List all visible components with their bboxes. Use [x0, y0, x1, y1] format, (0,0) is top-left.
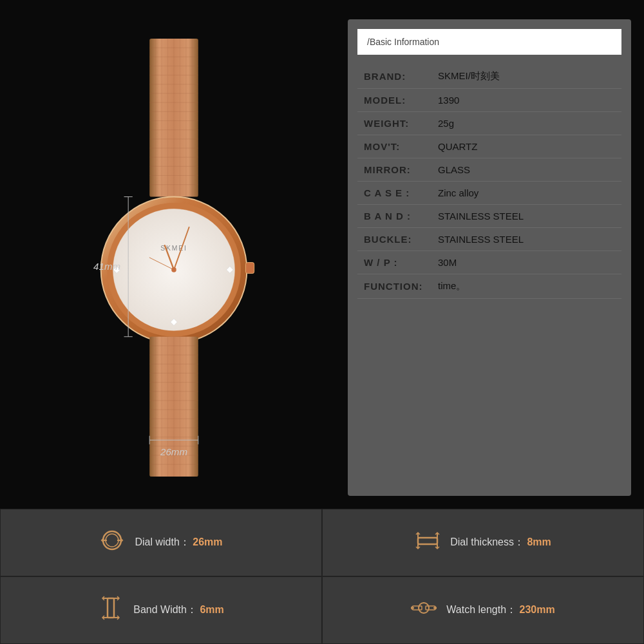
- watch-length-cell: Watch length： 230mm: [322, 576, 644, 644]
- dial-width-label: Dial width： 26mm: [135, 536, 222, 549]
- spec-row-9: FUNCTION:time。: [357, 274, 621, 299]
- spec-row-2: WEIGHT:25g: [357, 112, 621, 135]
- band-width-cell: Band Width： 6mm: [0, 576, 322, 644]
- left-panel: SKMEI: [13, 19, 335, 496]
- spec-row-8: W / P :30M: [357, 251, 621, 274]
- spec-value-4: GLASS: [438, 164, 470, 175]
- dial-width-cell: Dial width： 26mm: [0, 509, 322, 576]
- dial-thickness-label: Dial thickness： 8mm: [450, 536, 551, 549]
- dial-width-icon: [99, 527, 125, 558]
- band-width-icon: [98, 595, 124, 625]
- dial-width-value: 26mm: [193, 536, 222, 547]
- dial-thickness-cell: Dial thickness： 8mm: [322, 509, 644, 576]
- spec-row-5: C A S E :Zinc alloy: [357, 182, 621, 205]
- spec-label-8: W / P :: [364, 257, 435, 268]
- svg-rect-71: [418, 538, 437, 544]
- dial-thickness-icon: [415, 527, 440, 558]
- svg-point-68: [106, 534, 118, 547]
- spec-label-0: BRAND:: [364, 71, 435, 82]
- dial-thickness-value: 8mm: [527, 536, 551, 547]
- spec-row-3: MOV'T:QUARTZ: [357, 135, 621, 158]
- svg-rect-79: [426, 606, 435, 610]
- svg-rect-74: [108, 598, 114, 618]
- spec-rows: BRAND:SKMEI/时刻美MODEL:1390WEIGHT:25gMOV'T…: [357, 64, 621, 299]
- spec-label-1: MODEL:: [364, 95, 435, 106]
- band-width-value: 6mm: [200, 604, 223, 615]
- svg-rect-36: [245, 263, 254, 274]
- spec-value-3: QUARTZ: [438, 141, 477, 152]
- svg-point-77: [419, 603, 429, 613]
- watch-length-value: 230mm: [520, 604, 555, 615]
- bottom-strips: Dial width： 26mm Dial thickness： 8mm: [0, 509, 644, 644]
- spec-label-4: MIRROR:: [364, 164, 435, 175]
- spec-value-0: SKMEI/时刻美: [438, 70, 500, 82]
- spec-value-2: 25g: [438, 118, 454, 129]
- main-area: SKMEI: [0, 0, 644, 509]
- strip-row-1: Dial width： 26mm Dial thickness： 8mm: [0, 509, 644, 576]
- spec-value-6: STAINLESS STEEL: [438, 211, 524, 222]
- watch-length-label: Watch length： 230mm: [446, 603, 554, 617]
- spec-label-3: MOV'T:: [364, 141, 435, 152]
- spec-value-8: 30M: [438, 257, 457, 268]
- spec-label-6: B A N D :: [364, 211, 435, 222]
- spec-row-7: BUCKLE:STAINLESS STEEL: [357, 228, 621, 251]
- spec-value-9: time。: [438, 280, 466, 292]
- svg-point-35: [171, 267, 176, 272]
- spec-header: /Basic Information: [357, 29, 621, 55]
- right-panel: /Basic Information BRAND:SKMEI/时刻美MODEL:…: [348, 19, 631, 496]
- spec-label-7: BUCKLE:: [364, 234, 435, 245]
- spec-row-6: B A N D :STAINLESS STEEL: [357, 205, 621, 228]
- spec-value-1: 1390: [438, 95, 459, 106]
- svg-rect-78: [413, 606, 422, 610]
- watch-image-area: SKMEI: [64, 39, 283, 477]
- spec-row-1: MODEL:1390: [357, 89, 621, 112]
- spec-label-9: FUNCTION:: [364, 281, 435, 292]
- band-width-label: Band Width： 6mm: [133, 603, 224, 617]
- spec-label-2: WEIGHT:: [364, 118, 435, 129]
- spec-value-5: Zinc alloy: [438, 187, 478, 198]
- spec-label-5: C A S E :: [364, 187, 435, 198]
- spec-row-4: MIRROR:GLASS: [357, 158, 621, 182]
- watch-length-icon: [411, 595, 437, 625]
- svg-text:26mm: 26mm: [160, 446, 187, 457]
- svg-text:41mm: 41mm: [93, 261, 120, 272]
- spec-value-7: STAINLESS STEEL: [438, 234, 524, 245]
- spec-row-0: BRAND:SKMEI/时刻美: [357, 64, 621, 89]
- strip-row-2: Band Width： 6mm Watch length： 230mm: [0, 576, 644, 644]
- basic-info-label: /Basic Information: [367, 37, 439, 47]
